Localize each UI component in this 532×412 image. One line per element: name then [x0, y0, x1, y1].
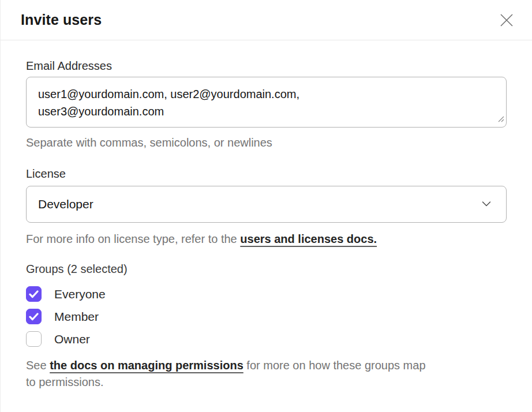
users-licenses-docs-link[interactable]: users and licenses docs. — [240, 233, 377, 245]
close-button[interactable] — [495, 9, 518, 32]
checkbox-owner[interactable] — [26, 331, 42, 347]
email-addresses-input[interactable]: user1@yourdomain.com, user2@yourdomain.c… — [26, 77, 507, 128]
checkbox-row-everyone[interactable]: Everyone — [26, 283, 507, 305]
groups-label: Groups (2 selected) — [26, 262, 507, 276]
email-textarea-wrap: user1@yourdomain.com, user2@yourdomain.c… — [26, 77, 507, 128]
license-selected-value: Developer — [38, 197, 93, 211]
checkbox-label-everyone: Everyone — [54, 287, 106, 301]
close-icon — [499, 13, 514, 28]
checkbox-row-owner[interactable]: Owner — [26, 328, 507, 350]
license-label: License — [26, 167, 507, 181]
checkbox-everyone[interactable] — [26, 286, 42, 302]
checkbox-row-member[interactable]: Member — [26, 305, 507, 328]
groups-helper-suffix: for more on how these groups map — [243, 359, 426, 372]
checkbox-member[interactable] — [26, 309, 42, 324]
modal-title: Invite users — [21, 12, 102, 28]
license-helper-prefix: For more info on license type, refer to … — [26, 233, 240, 245]
email-helper-text: Separate with commas, semicolons, or new… — [26, 135, 507, 150]
managing-permissions-docs-link[interactable]: the docs on managing permissions — [50, 359, 243, 372]
license-select[interactable]: Developer — [26, 186, 507, 223]
license-helper-text: For more info on license type, refer to … — [26, 231, 507, 246]
groups-helper-text: See the docs on managing permissions for… — [26, 357, 507, 391]
modal-body: Email Addresses user1@yourdomain.com, us… — [1, 59, 532, 391]
modal-header: Invite users — [1, 0, 532, 40]
groups-helper-line2: to permissions. — [26, 374, 507, 391]
groups-checkbox-group: Everyone Member Owner — [26, 283, 507, 350]
invite-users-modal: Invite users Email Addresses user1@yourd… — [0, 0, 532, 412]
email-addresses-label: Email Addresses — [26, 59, 507, 73]
checkbox-label-member: Member — [54, 310, 99, 324]
chevron-down-icon — [482, 199, 491, 209]
groups-helper-prefix: See — [26, 359, 50, 372]
checkbox-label-owner: Owner — [54, 332, 90, 346]
